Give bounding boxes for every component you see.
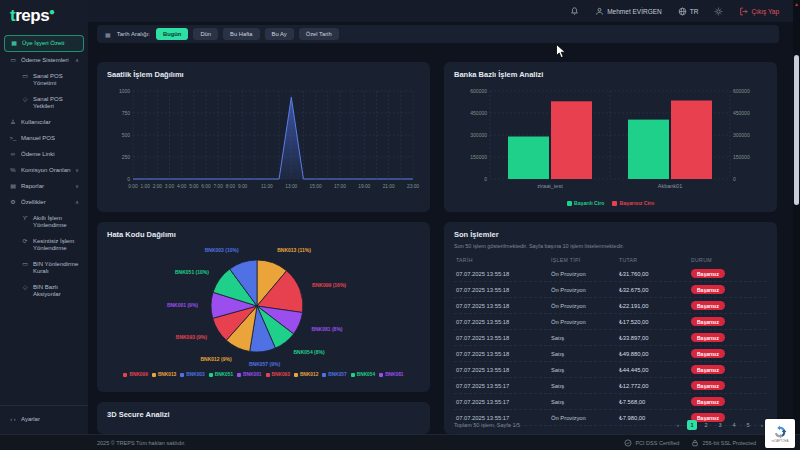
cell-date: 07.07.2025 13:55:17 [456, 399, 551, 405]
svg-text:BNK001 (9%): BNK001 (9%) [167, 302, 198, 308]
filter-button-bu-hafta[interactable]: Bu Hafta [223, 28, 260, 40]
legend-label: BNK001 [243, 372, 261, 377]
cell-type: Satış [551, 367, 619, 373]
shield-icon: ◇ [21, 96, 29, 103]
cell-date: 07.07.2025 13:55:18 [456, 367, 551, 373]
pagination-page-5[interactable]: 5 [743, 420, 753, 430]
svg-text:15:00: 15:00 [310, 184, 322, 189]
cell-date: 07.07.2025 13:55:18 [456, 271, 551, 277]
sidebar-item-raporlar[interactable]: ▤Raporlar∨ [4, 179, 84, 194]
pagination-page-1[interactable]: 1 [687, 420, 697, 430]
table-summary: Toplam 50 işlem, Sayfa 1/5 [454, 422, 520, 428]
legend-label: Başarısız Ciro [619, 200, 654, 206]
footer: 2025 © TREPS Tüm hakları saklıdır. PCI D… [0, 434, 800, 450]
theme-toggle[interactable] [714, 7, 723, 16]
cell-amount: ₺32.675,00 [619, 287, 691, 293]
cell-amount: ₺49.880,00 [619, 351, 691, 357]
legend-item-bnk012[interactable]: BNK012 [294, 372, 318, 377]
legend-swatch [266, 373, 270, 377]
sidebar-item-ayarlar[interactable]: ‹ › Ayarlar [4, 412, 84, 427]
bar-chart-legend: Başarılı CiroBaşarısız Ciro [454, 200, 767, 206]
legend-item-bnk099[interactable]: BNK099 [123, 372, 147, 377]
svg-text:0: 0 [127, 176, 130, 182]
sidebar-item-zellikler[interactable]: ⚙Özellikler∧ [4, 195, 84, 210]
legend-label: BNK054 [357, 372, 375, 377]
notifications-button[interactable] [570, 7, 579, 16]
legend-item-bnk054[interactable]: BNK054 [351, 372, 375, 377]
error-code-pie-chart: BNK013 (11%)BNK099 (16%)BNK081 (8%)BNK05… [107, 243, 420, 371]
table-row: 07.07.2025 13:55:18Satış₺33.897,00Başarı… [454, 330, 767, 346]
legend-item-bnk081[interactable]: BNK081 [379, 372, 403, 377]
bank-analysis-card: Banka Bazlı İşlem Analizi 00150000150000… [444, 62, 777, 212]
cell-type: Satış [551, 383, 619, 389]
status-badge: Başarısız [691, 365, 725, 374]
sidebar-item-deme-linki[interactable]: ∞Ödeme Linki [4, 147, 84, 162]
filter-button-bug-n[interactable]: Bugün [156, 28, 188, 40]
sidebar-item-label: Sanal POS Yönetimi [33, 73, 79, 87]
recent-transactions-card: Son İşlemler Son 50 işlem gösterilmekted… [444, 222, 777, 434]
card-icon: ▭ [21, 73, 29, 80]
legend-item-bnk013[interactable]: BNK013 [152, 372, 176, 377]
logout-button[interactable]: Çıkış Yap [739, 7, 779, 16]
hourly-area-chart: 025050075010000:001:002:003:004:005:006:… [107, 83, 420, 199]
transactions-subtitle: Son 50 işlem gösterilmektedir. Sayfa baş… [454, 243, 767, 249]
sidebar-item-label: Ayarlar [21, 416, 40, 423]
sidebar-item-label: Akıllı İşlem Yönlendirme [33, 215, 79, 229]
cell-type: Ön Provizyon [551, 319, 619, 325]
cell-status: Başarısız [691, 285, 765, 294]
status-badge: Başarısız [691, 285, 725, 294]
cell-type: Satış [551, 335, 619, 341]
language-selector[interactable]: TR [678, 7, 699, 16]
cell-date: 07.07.2025 13:55:18 [456, 319, 551, 325]
sidebar-item-ye-i-yeri-zeti[interactable]: ▦Üye İşyeri Özeti [4, 35, 84, 52]
legend-item-bnk051[interactable]: BNK051 [209, 372, 233, 377]
scrollbar-thumb[interactable] [794, 55, 799, 205]
scrollbar-up-arrow[interactable]: ▲ [793, 1, 800, 7]
sidebar-item-kullan-c-lar[interactable]: ♙Kullanıcılar [4, 115, 84, 130]
pagination-page-2[interactable]: 2 [701, 420, 711, 430]
svg-text:BNK054 (8%): BNK054 (8%) [294, 349, 325, 355]
card-title: Son İşlemler [454, 230, 767, 239]
legend-item-ba-ar-l-ciro[interactable]: Başarılı Ciro [567, 200, 605, 206]
pagination-page-3[interactable]: 3 [715, 420, 725, 430]
sidebar-item-bin-bazl-aksiyonlar[interactable]: ◇BIN Bazlı Aksiyonlar [16, 280, 84, 302]
calendar-icon: ▦ [105, 31, 111, 38]
recaptcha-badge[interactable]: reCAPTCHA [765, 419, 795, 448]
pie-chart-legend: BNK099BNK013BNK003BNK051BNK001BNK093BNK0… [107, 372, 420, 377]
logout-label: Çıkış Yap [751, 8, 779, 15]
pagination-prev[interactable]: ‹ [673, 420, 683, 430]
legend-item-bnk003[interactable]: BNK003 [180, 372, 204, 377]
lock-icon [691, 439, 699, 447]
sidebar-footer: ‹ › Ayarlar [0, 405, 88, 428]
legend-item-bnk001[interactable]: BNK001 [237, 372, 261, 377]
sidebar-item-manuel-pos[interactable]: >_Manuel POS [4, 131, 84, 146]
sidebar-item-bin-y-nlendirme-kural[interactable]: ▭BIN Yönlendirme Kuralı [16, 257, 84, 279]
sidebar-item-komisyon-oranlar[interactable]: %Komisyon Oranları∨ [4, 163, 84, 178]
legend-item-ba-ar-s-z-ciro[interactable]: Başarısız Ciro [612, 200, 654, 206]
filter-button-zel-tarih[interactable]: Özel Tarih [299, 28, 339, 40]
sidebar: treps● ▦Üye İşyeri Özeti▭Ödeme Sistemler… [0, 0, 88, 434]
sidebar-item-sanal-pos-y-netimi[interactable]: ▭Sanal POS Yönetimi [16, 69, 84, 91]
shield-icon: ◇ [21, 284, 29, 291]
card-title: 3D Secure Analizi [107, 410, 420, 419]
filter-button-d-n[interactable]: Dün [193, 28, 218, 40]
filter-button-bu-ay[interactable]: Bu Ay [265, 28, 294, 40]
report-icon: ▤ [9, 183, 17, 190]
sidebar-item-deme-sistemleri[interactable]: ▭Ödeme Sistemleri∧ [4, 53, 84, 68]
sidebar-item-label: Sanal POS Yetkileri [33, 96, 79, 110]
sidebar-item-sanal-pos-yetkileri[interactable]: ◇Sanal POS Yetkileri [16, 92, 84, 114]
pagination-page-4[interactable]: 4 [729, 420, 739, 430]
sidebar-item-ak-ll-i-lem-y-nlendirme[interactable]: ϒAkıllı İşlem Yönlendirme [16, 211, 84, 233]
cell-type: Ön Provizyon [551, 303, 619, 309]
legend-label: BNK099 [129, 372, 147, 377]
legend-item-bnk057[interactable]: BNK057 [322, 372, 346, 377]
table-footer: Toplam 50 işlem, Sayfa 1/5 ‹12345› [454, 420, 767, 430]
brand-logo[interactable]: treps● [0, 0, 88, 32]
legend-swatch [322, 373, 326, 377]
cell-type: Ön Provizyon [551, 287, 619, 293]
sidebar-item-kesintisiz-i-lem-y-nlendirme[interactable]: ⟳Kesintisiz İşlem Yönlendirme [16, 234, 84, 256]
user-menu[interactable]: Mehmet EVİRGEN [595, 7, 662, 16]
svg-text:17:00: 17:00 [334, 184, 346, 189]
legend-item-bnk093[interactable]: BNK093 [266, 372, 290, 377]
sidebar-item-label: Üye İşyeri Özeti [22, 40, 64, 47]
